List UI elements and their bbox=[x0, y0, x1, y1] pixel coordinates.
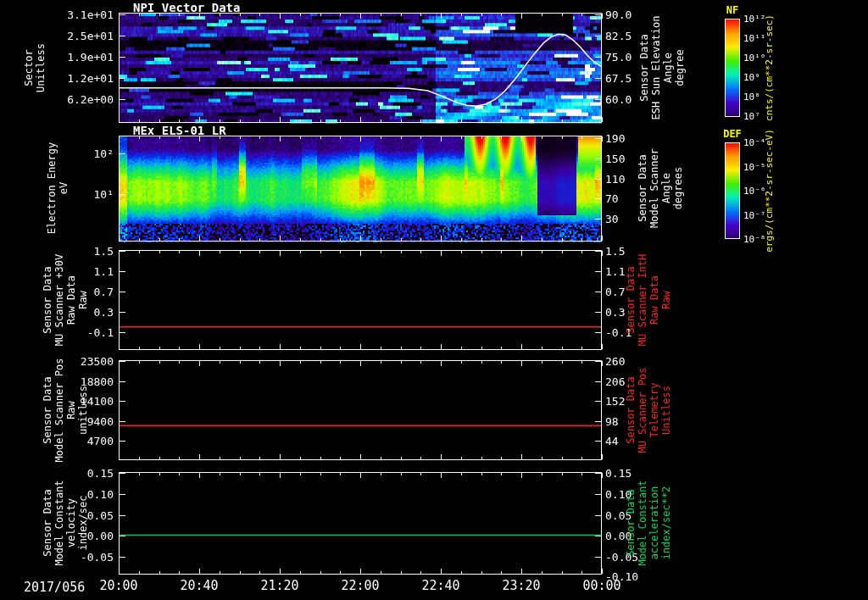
colorbar-tick-label: 10¹² bbox=[743, 14, 781, 24]
panel1-right-axis-label: Sensor Data ESH Sun Elevation Angle degr… bbox=[638, 16, 686, 120]
y-tick-label-left: 1.9e+01 bbox=[58, 52, 114, 63]
y-tick-label-right: 190 bbox=[605, 133, 654, 144]
x-tick-label: 22:40 bbox=[421, 578, 459, 593]
x-tick-label: 23:20 bbox=[502, 578, 540, 593]
x-tick-label: 20:40 bbox=[180, 578, 218, 593]
panel5-y-axis-label: Sensor Data Model Constant velocity inde… bbox=[42, 480, 89, 565]
y-tick-label-left: 6.2e+00 bbox=[58, 94, 114, 105]
colorbar-tick-label: 10⁻⁶ bbox=[743, 186, 781, 196]
colorbar-tick-label: 10⁷ bbox=[743, 112, 781, 121]
y-tick-label-left: 2.5e+01 bbox=[58, 31, 114, 42]
colorbar2-title: DEF bbox=[723, 128, 742, 140]
colorbar-tick-label: 10⁻⁸ bbox=[743, 235, 781, 244]
spacecraft-data-plot-page: { "x_axis": { "date_label": "2017/056", … bbox=[0, 0, 868, 600]
plot-canvas bbox=[0, 0, 868, 600]
panel1-y-axis-label: Sector Unitless bbox=[23, 43, 47, 92]
panel2-right-axis-label: Sensor Data Model Scanner Angle degrees bbox=[637, 148, 684, 228]
y-tick-label-left: 0.15 bbox=[58, 468, 114, 479]
x-tick-label: 00:00 bbox=[582, 578, 620, 593]
panel4-y-axis-label: Sensor Data Model Scanner Pos Raw unitle… bbox=[42, 358, 89, 463]
colorbar-tick-label: 10¹¹ bbox=[743, 34, 781, 43]
panel5-right-axis-label: Sensor Data Model Constant acceleration … bbox=[625, 480, 672, 565]
colorbar1-units-label: cnts/(cm**2-sr-sec) bbox=[765, 14, 775, 121]
panel3-y-axis-label: Sensor Data MU Scanner +30V Raw Data Raw bbox=[42, 254, 89, 346]
x-tick-label: 22:00 bbox=[341, 578, 379, 593]
x-tick-label: 21:20 bbox=[260, 578, 298, 593]
panel2-y-axis-label: Electron Energy eV bbox=[46, 142, 70, 234]
panel4-right-axis-label: Sensor Data MU Scanner Pos Telemetry Uni… bbox=[625, 367, 672, 453]
x-tick-label: 20:00 bbox=[99, 578, 137, 593]
colorbar-tick-label: 10⁸ bbox=[743, 92, 781, 102]
y-tick-label-left: 1.2e+01 bbox=[58, 73, 114, 84]
colorbar2-units-label: ergs/(cm**2-sr-sec-eV) bbox=[765, 129, 775, 253]
panel3-right-axis-label: Sensor Data MU Scanner IntH Raw Data Raw bbox=[625, 254, 672, 346]
colorbar-tick-label: 10⁻⁷ bbox=[743, 211, 781, 220]
colorbar-tick-label: 10¹⁰ bbox=[743, 53, 781, 63]
y-tick-label-left: 3.1e+01 bbox=[58, 9, 114, 20]
x-axis-date-label: 2017/056 bbox=[24, 580, 85, 595]
colorbar-tick-label: 10⁹ bbox=[743, 73, 781, 82]
colorbar1-title: NF bbox=[726, 4, 738, 16]
panel2-title: MEx ELS-01 LR bbox=[133, 124, 226, 137]
colorbar-tick-label: 10⁻⁴ bbox=[743, 138, 781, 147]
y-tick-label-right: 260 bbox=[605, 356, 654, 367]
y-tick-label-right: 0.15 bbox=[605, 468, 654, 479]
colorbar-tick-label: 10⁻⁵ bbox=[743, 163, 781, 172]
panel1-title: NPI Vector Data bbox=[133, 1, 240, 14]
